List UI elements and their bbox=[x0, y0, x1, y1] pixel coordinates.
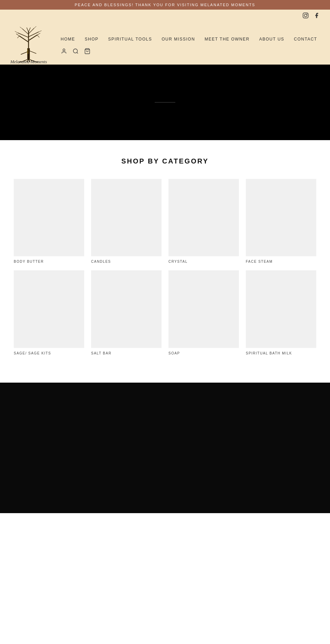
nav-utility-icons bbox=[61, 45, 320, 60]
category-label-crystal: CRYSTAL bbox=[168, 260, 188, 263]
category-label-sage-kits: SAGE/ SAGE KITS bbox=[14, 351, 51, 355]
svg-line-16 bbox=[29, 32, 39, 37]
svg-line-20 bbox=[29, 27, 30, 32]
logo-tree-icon bbox=[13, 25, 44, 63]
svg-line-18 bbox=[29, 28, 34, 34]
hero-section bbox=[0, 65, 330, 140]
cart-button[interactable] bbox=[84, 48, 90, 56]
category-item-salt-bar[interactable]: SALT BAR bbox=[91, 270, 162, 355]
nav-link-shop[interactable]: SHOP bbox=[85, 37, 99, 42]
category-item-body-butter[interactable]: BODY BUTTER bbox=[14, 179, 84, 264]
logo-text: Melanated Moments bbox=[10, 59, 47, 65]
svg-line-32 bbox=[77, 52, 78, 53]
svg-line-27 bbox=[20, 27, 22, 29]
svg-line-28 bbox=[34, 26, 36, 28]
svg-line-19 bbox=[27, 27, 29, 32]
category-label-body-butter: BODY BUTTER bbox=[14, 260, 44, 263]
svg-point-30 bbox=[63, 49, 65, 51]
svg-rect-0 bbox=[303, 13, 308, 18]
header-top-row bbox=[10, 10, 320, 21]
shop-section-title: SHOP BY CATEGORY bbox=[14, 157, 316, 165]
category-label-soap: SOAP bbox=[168, 351, 180, 355]
site-header: Melanated Moments HOMESHOPSPIRITUAL TOOL… bbox=[0, 10, 330, 65]
category-image-body-butter bbox=[14, 179, 84, 257]
nav-link-about-us[interactable]: ABOUT US bbox=[259, 37, 284, 42]
announcement-bar: PEACE AND BLESSINGS! THANK YOU FOR VISIT… bbox=[0, 0, 330, 10]
announcement-text: PEACE AND BLESSINGS! THANK YOU FOR VISIT… bbox=[75, 3, 255, 7]
svg-line-22 bbox=[18, 36, 19, 38]
instagram-link[interactable] bbox=[302, 12, 309, 20]
category-image-candles bbox=[91, 179, 162, 257]
nav-link-meet-the-owner[interactable]: MEET THE OWNER bbox=[205, 37, 250, 42]
category-image-crystal bbox=[168, 179, 239, 257]
category-image-face-steam bbox=[246, 179, 316, 257]
category-image-soap bbox=[168, 270, 239, 348]
nav-link-contact[interactable]: CONTACT bbox=[294, 37, 317, 42]
shop-section: SHOP BY CATEGORY BODY BUTTERCANDLESCRYST… bbox=[0, 140, 330, 383]
category-item-crystal[interactable]: CRYSTAL bbox=[168, 179, 239, 264]
account-button[interactable] bbox=[61, 48, 67, 56]
category-item-spiritual-bath-milk[interactable]: SPIRITUAL BATH MILK bbox=[246, 270, 316, 355]
header-main-row: Melanated Moments HOMESHOPSPIRITUAL TOOL… bbox=[10, 21, 320, 65]
category-grid-row1: BODY BUTTERCANDLESCRYSTALFACE STEAM bbox=[14, 179, 316, 264]
svg-line-21 bbox=[16, 34, 19, 36]
facebook-link[interactable] bbox=[314, 12, 320, 20]
category-label-candles: CANDLES bbox=[91, 260, 111, 263]
category-image-salt-bar bbox=[91, 270, 162, 348]
svg-line-15 bbox=[18, 33, 29, 38]
search-button[interactable] bbox=[73, 48, 79, 56]
nav-link-spiritual-tools[interactable]: SPIRITUAL TOOLS bbox=[108, 37, 152, 42]
svg-line-26 bbox=[39, 31, 42, 32]
category-image-spiritual-bath-milk bbox=[246, 270, 316, 348]
svg-line-25 bbox=[15, 31, 18, 33]
category-item-face-steam[interactable]: FACE STEAM bbox=[246, 179, 316, 264]
category-item-sage-kits[interactable]: SAGE/ SAGE KITS bbox=[14, 270, 84, 355]
category-label-spiritual-bath-milk: SPIRITUAL BATH MILK bbox=[246, 351, 292, 355]
footer-section bbox=[0, 383, 330, 513]
svg-line-14 bbox=[29, 35, 37, 41]
category-item-candles[interactable]: CANDLES bbox=[91, 179, 162, 264]
svg-point-1 bbox=[304, 14, 307, 17]
logo[interactable]: Melanated Moments bbox=[10, 25, 47, 65]
category-label-salt-bar: SALT BAR bbox=[91, 351, 111, 355]
category-image-sage-kits bbox=[14, 270, 84, 348]
nav-link-our-mission[interactable]: OUR MISSION bbox=[162, 37, 195, 42]
svg-rect-29 bbox=[28, 49, 29, 54]
main-nav: HOMESHOPSPIRITUAL TOOLSOUR MISSIONMEET T… bbox=[61, 29, 320, 60]
hero-divider bbox=[155, 102, 175, 102]
nav-links-list: HOMESHOPSPIRITUAL TOOLSOUR MISSIONMEET T… bbox=[61, 29, 320, 45]
svg-point-31 bbox=[73, 49, 77, 53]
svg-point-2 bbox=[307, 14, 307, 14]
category-item-soap[interactable]: SOAP bbox=[168, 270, 239, 355]
svg-line-23 bbox=[37, 33, 40, 35]
category-grid-row2: SAGE/ SAGE KITSSALT BARSOAPSPIRITUAL BAT… bbox=[14, 270, 316, 355]
svg-line-24 bbox=[37, 35, 39, 37]
nav-link-home[interactable]: HOME bbox=[61, 37, 75, 42]
category-label-face-steam: FACE STEAM bbox=[246, 260, 273, 263]
